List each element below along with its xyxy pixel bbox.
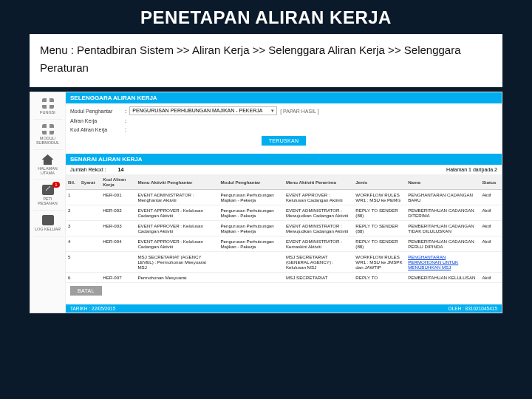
sidebar-item-modul[interactable]: MODUL/ SUBMODUL — [33, 121, 63, 150]
footer-date: TARIKH : 22/05/2015 — [70, 306, 115, 311]
cell-penerima: MSJ SECRETARIAT (GENERAL AGENCY) : Kelul… — [284, 252, 353, 273]
cell-status: Aktif — [480, 273, 502, 283]
table-row[interactable]: 6HER-007Permohonan MesyuaratMSJ SECRETAR… — [66, 273, 502, 283]
cell-syarat — [79, 190, 101, 205]
table-row[interactable]: 5MSJ SECRETARIAT (AGENCY LEVEL) : Permoh… — [66, 252, 502, 273]
col-bil: Bil. — [66, 174, 79, 190]
cell-modul: Pengurusan Perhubungan Majikan - Pekerja — [218, 190, 284, 205]
cell-modul — [218, 273, 284, 283]
cell-nama: PEMBERITAHUAN CADANGAN TIDAK DILULUSKAN — [406, 221, 480, 236]
label-aliran-kerja: Aliran Kerja — [70, 118, 122, 123]
cell-modul — [218, 252, 284, 273]
jumlah-rekod: Jumlah Rekod : 14 — [70, 167, 123, 172]
cell-jenis: REPLY TO SENDER (88) — [353, 221, 406, 236]
cell-kod: HER-002 — [100, 205, 135, 221]
cell-modul: Pengurusan Perhubungan Majikan - Pekerja — [218, 221, 284, 236]
cell-kod: HER-003 — [100, 221, 135, 236]
label-modul-penghantar: Modul Penghantar — [70, 109, 122, 114]
cell-bil: 1 — [66, 190, 79, 205]
sidebar-item-halaman-utama[interactable]: HALAMAN UTAMA — [33, 151, 63, 180]
sidebar-item-fungsi[interactable]: FUNGSI — [33, 95, 63, 120]
cell-aktiviti: EVENT APPROVER : Kelulusan Cadangan Akti… — [135, 205, 218, 221]
footer-user: OLEH : 831021045415 — [449, 306, 498, 311]
cell-bil: 4 — [66, 236, 79, 252]
home-icon — [42, 154, 54, 165]
cell-status — [480, 252, 502, 273]
col-status: Status — [480, 174, 502, 190]
cell-penerima: MSJ SECRETARIAT — [284, 273, 353, 283]
cell-jenis: WORKFLOW RULES WR1 : MSU ke JMSPK dan JA… — [353, 252, 406, 273]
chevron-down-icon — [271, 108, 274, 114]
table-row[interactable]: 4HER-004EVENT APPROVER : Kelulusan Cadan… — [66, 236, 502, 252]
sidebar: FUNGSI MODUL/ SUBMODUL HALAMAN UTAMA 1 P… — [30, 92, 66, 313]
label-kod-aliran-kerja: Kod Aliran Kerja — [70, 127, 122, 132]
cell-penerima: EVENT ADMINISTRATOR : Mewujudkan Cadanga… — [284, 205, 353, 221]
table-row[interactable]: 1HER-001EVENT ADMINISTRATOR : Menghantar… — [66, 190, 502, 205]
select-value: PENGURUSAN PERHUBUNGAN MAJIKAN - PEKERJA — [132, 108, 262, 114]
cell-aktiviti: EVENT APPROVER : Kelulusan Cadangan Akti… — [135, 236, 218, 252]
cell-status: Aktif — [480, 205, 502, 221]
cell-penerima: EVENT APPROVER : Kelulusan Cadangan Akti… — [284, 190, 353, 205]
col-aktiviti-penerima: Menu Aktiviti Penerima — [284, 174, 353, 190]
table-row[interactable]: 2HER-002EVENT APPROVER : Kelulusan Cadan… — [66, 205, 502, 221]
search-form: Modul Penghantar : PENGURUSAN PERHUBUNGA… — [66, 103, 502, 152]
sidebar-item-label: LOG KELUAR — [33, 227, 63, 231]
col-aktiviti-penghantar: Menu Aktiviti Penghantar — [135, 174, 218, 190]
cell-aktiviti: EVENT ADMINISTRATOR : Menghantar Aktivit… — [135, 190, 218, 205]
cell-jenis: REPLY TO SENDER (88) — [353, 205, 406, 221]
table-row[interactable]: 3HER-003EVENT APPROVER : Kelulusan Cadan… — [66, 221, 502, 236]
aliran-kerja-table: Bil. Syarat Kod Aliran Kerja Menu Aktivi… — [66, 174, 502, 283]
cell-kod: HER-007 — [100, 273, 135, 283]
module-icon — [42, 124, 54, 134]
cell-syarat — [79, 221, 101, 236]
sidebar-item-label: PETI PESANAN — [33, 197, 63, 205]
cell-kod — [100, 252, 135, 273]
cell-nama: PENGHANTARAN PERMOHONAN UNTUK MENUBUHKAN… — [406, 252, 480, 273]
sidebar-item-label: MODUL/ SUBMODUL — [33, 136, 63, 145]
cell-penerima: EVENT ADMINISTRATOR : Kemaskini Aktiviti — [284, 236, 353, 252]
cell-jenis: REPLY TO — [353, 273, 406, 283]
col-modul-penghantar: Modul Penghantar — [218, 174, 284, 190]
col-nama: Nama — [406, 174, 480, 190]
logout-icon — [42, 215, 54, 225]
sidebar-item-log-keluar[interactable]: LOG KELUAR — [33, 212, 63, 236]
sidebar-item-label: HALAMAN UTAMA — [33, 166, 63, 175]
cell-penerima: EVENT ADMINISTRATOR : Mewujudkan Cadanga… — [284, 221, 353, 236]
notification-badge: 1 — [52, 182, 59, 188]
sidebar-item-label: FUNGSI — [33, 110, 63, 115]
cell-status: Aktif — [480, 190, 502, 205]
cell-aktiviti: MSJ SECRETARIAT (AGENCY LEVEL) : Permoho… — [135, 252, 218, 273]
list-section-title: SENARAI ALIRAN KERJA — [66, 154, 502, 165]
cell-kod: HER-004 — [100, 236, 135, 252]
cell-bil: 5 — [66, 252, 79, 273]
cell-nama: PENGHANTARAN CADANGAN BARU — [406, 190, 480, 205]
slide-title: PENETAPAN ALIRAN KERJA — [0, 0, 532, 34]
cell-jenis: REPLY TO SENDER (88) — [353, 236, 406, 252]
select-modul-penghantar[interactable]: PENGURUSAN PERHUBUNGAN MAJIKAN - PEKERJA — [129, 106, 277, 115]
cell-bil: 3 — [66, 221, 79, 236]
cell-aktiviti: EVENT APPROVER : Kelulusan Cadangan Akti… — [135, 221, 218, 236]
cell-nama: PEMBERITAHUAN CADANGAN DITERIMA — [406, 205, 480, 221]
cell-status: Aktif — [480, 221, 502, 236]
cell-bil: 6 — [66, 273, 79, 283]
teruskan-button[interactable]: TERUSKAN — [262, 136, 307, 146]
cell-jenis: WORKFLOW RULES WR1 : MSU ke PEMG — [353, 190, 406, 205]
main-panel: SELENGGARA ALIRAN KERJA Modul Penghantar… — [66, 92, 502, 313]
cell-modul: Pengurusan Perhubungan Majikan - Pekerja — [218, 205, 284, 221]
mail-icon — [42, 185, 54, 195]
cell-syarat — [79, 205, 101, 221]
panel-header: SELENGGARA ALIRAN KERJA — [66, 92, 502, 103]
cell-kod: HER-001 — [100, 190, 135, 205]
grid-icon — [42, 98, 54, 109]
col-kod: Kod Aliran Kerja — [100, 174, 135, 190]
batal-button[interactable]: BATAL — [70, 286, 102, 296]
cell-aktiviti: Permohonan Mesyuarat — [135, 273, 218, 283]
breadcrumb: Menu : Pentadbiran Sistem >> Aliran Kerj… — [30, 34, 502, 87]
sidebar-item-peti-pesanan[interactable]: 1 PETI PESANAN — [33, 182, 63, 211]
cell-syarat — [79, 273, 101, 283]
col-syarat: Syarat — [79, 174, 101, 190]
cell-syarat — [79, 236, 101, 252]
application-screenshot: FUNGSI MODUL/ SUBMODUL HALAMAN UTAMA 1 P… — [30, 92, 502, 313]
link-papar-hasil[interactable]: [ PAPAR HASIL ] — [280, 109, 318, 114]
cell-modul: Pengurusan Perhubungan Majikan - Pekerja — [218, 236, 284, 252]
